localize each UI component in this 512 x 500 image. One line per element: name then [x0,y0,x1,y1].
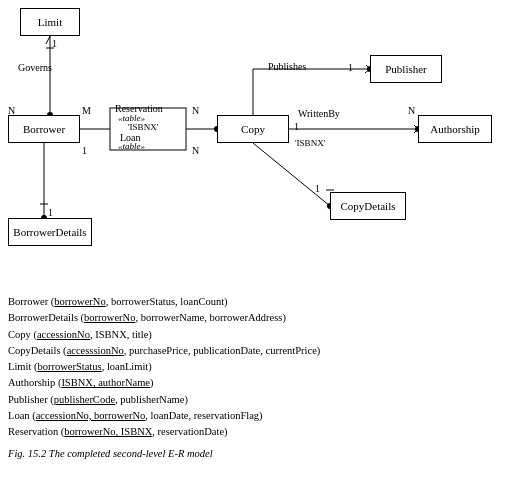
desc-publisher: Publisher (publisherCode, publisherName) [8,392,504,408]
box-copydetails: CopyDetails [330,192,406,220]
label-publishes: Publishes [268,61,306,72]
desc-copydetails: CopyDetails (accesssionNo, purchasePrice… [8,343,504,359]
mult-1-borrowerdetails: 1 [48,207,53,218]
desc-reservation: Reservation (borrowerNo, ISBNX, reservat… [8,424,504,440]
box-copy: Copy [217,115,289,143]
label-writtenby: WrittenBy [298,108,340,119]
er-diagram: Limit Borrower Copy Publisher Authorship… [0,0,512,290]
mult-n-reservation-right: N [192,105,199,116]
box-borrowerdetails: BorrowerDetails [8,218,92,246]
mult-1-writtenby-left: 1 [294,121,299,132]
svg-line-1 [46,36,50,44]
diagram-lines [0,0,512,290]
box-borrower: Borrower [8,115,80,143]
desc-borrower: Borrower (borrowerNo, borrowerStatus, lo… [8,294,504,310]
mult-1-loan-left: 1 [82,145,87,156]
mult-n-borrower: N [8,105,15,116]
label-governs: Governs [18,62,52,73]
desc-borrowerdetails: BorrowerDetails (borrowerNo, borrowerNam… [8,310,504,326]
label-table-loan: «table» [118,141,145,151]
label-isbnx-reservation: 'ISBNX' [128,122,158,132]
svg-line-14 [253,143,330,206]
mult-n-writtenby-right: N [408,105,415,116]
desc-limit: Limit (borrowerStatus, loanLimit) [8,359,504,375]
mult-m-reservation-left: M [82,105,91,116]
label-isbnx-copy: 'ISBNX' [295,138,325,148]
desc-copy: Copy (accessionNo, ISBNX, title) [8,327,504,343]
desc-authorship: Authorship (ISBNX, authorName) [8,375,504,391]
figure-caption: Fig. 15.2 The completed second-level E-R… [0,444,512,463]
mult-1-copydetails: 1 [315,183,320,194]
box-limit: Limit [20,8,80,36]
text-descriptions: Borrower (borrowerNo, borrowerStatus, lo… [0,290,512,444]
desc-loan: Loan (accessionNo, borrowerNo, loanDate,… [8,408,504,424]
mult-1-limit: 1 [52,38,57,49]
box-authorship: Authorship [418,115,492,143]
mult-1-publishes: 1 [348,62,353,73]
box-publisher: Publisher [370,55,442,83]
mult-n-loan-right: N [192,145,199,156]
